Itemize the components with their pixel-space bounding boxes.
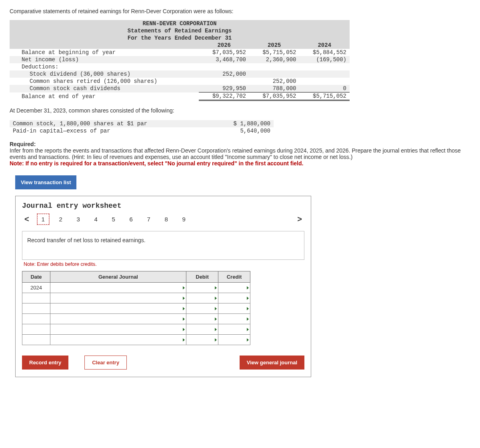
- debit-input[interactable]: [186, 303, 218, 314]
- table-row: [22, 324, 250, 335]
- row-label: Common stock cash dividends: [10, 85, 199, 92]
- tab-5[interactable]: 5: [108, 214, 120, 224]
- th-credit: Credit: [218, 271, 250, 283]
- stmt-title-3: For the Years Ended December 31: [10, 34, 350, 42]
- cell: 5,640,000: [212, 127, 274, 135]
- tabs-prev-icon[interactable]: <: [22, 215, 32, 224]
- th-debit: Debit: [186, 271, 218, 283]
- cell: (169,500): [299, 56, 350, 63]
- cell: 252,000: [199, 70, 249, 78]
- row-label: Net income (loss): [10, 56, 199, 63]
- credit-input[interactable]: [218, 335, 250, 345]
- year-col-2026: 2026: [199, 42, 249, 49]
- debit-input[interactable]: [186, 335, 218, 345]
- view-transaction-list-button[interactable]: View transaction list: [15, 175, 76, 189]
- required-body: Infer from the reports the events and tr…: [10, 147, 461, 160]
- debit-input[interactable]: [186, 283, 218, 293]
- account-select[interactable]: [50, 314, 186, 324]
- record-entry-button[interactable]: Record entry: [22, 356, 68, 370]
- row-label: Deductions:: [10, 63, 199, 70]
- tab-1[interactable]: 1: [37, 214, 49, 225]
- cell: 2,360,900: [249, 56, 300, 63]
- cell: 252,000: [249, 78, 300, 85]
- journal-entry-table: Date General Journal Debit Credit 2024: [22, 271, 250, 345]
- account-select[interactable]: [50, 335, 186, 345]
- tab-7[interactable]: 7: [143, 214, 155, 224]
- stmt-title-1: RENN-DEVER CORPORATION: [10, 20, 350, 27]
- para-common-shares: At December 31, 2023, common shares cons…: [10, 107, 470, 114]
- common-shares-table: Common stock, 1,880,000 shares at $1 par…: [10, 120, 274, 135]
- table-row: [22, 314, 250, 324]
- cell: 929,950: [199, 85, 249, 92]
- table-row: 2024: [22, 283, 250, 293]
- cell: [199, 78, 249, 85]
- tabs-next-icon[interactable]: >: [295, 215, 304, 224]
- credit-input[interactable]: [218, 293, 250, 303]
- account-select[interactable]: [50, 283, 186, 293]
- required-heading: Required:: [10, 141, 36, 147]
- tab-9[interactable]: 9: [178, 214, 190, 224]
- table-row: [22, 303, 250, 314]
- row-label: Common stock, 1,880,000 shares at $1 par: [10, 120, 212, 127]
- cell: 3,468,700: [199, 56, 249, 63]
- credit-input[interactable]: [218, 324, 250, 335]
- cell: [299, 70, 350, 78]
- tab-6[interactable]: 6: [125, 214, 137, 224]
- credit-input[interactable]: [218, 283, 250, 293]
- cell: [299, 78, 350, 85]
- entry-tabs: < 1 2 3 4 5 6 7 8 9 >: [16, 214, 311, 229]
- tab-3[interactable]: 3: [72, 214, 84, 224]
- table-row: [22, 293, 250, 303]
- row-label: Paid-in capital—excess of par: [10, 127, 212, 135]
- credit-input[interactable]: [218, 303, 250, 314]
- required-block: Required: Infer from the reports the eve…: [10, 141, 470, 167]
- worksheet-button-row: Record entry Clear entry View general jo…: [16, 352, 311, 377]
- stmt-title-2: Statements of Retained Earnings: [10, 27, 350, 34]
- account-select[interactable]: [50, 293, 186, 303]
- cell: $ 1,880,000: [212, 120, 274, 127]
- cell: $5,884,552: [299, 49, 350, 56]
- debit-input[interactable]: [186, 324, 218, 335]
- debit-input[interactable]: [186, 293, 218, 303]
- th-date: Date: [22, 271, 50, 283]
- intro-text: Comparative statements of retained earni…: [10, 8, 470, 14]
- cell: [249, 70, 300, 78]
- entry-instruction: Record transfer of net loss to retained …: [22, 231, 304, 260]
- cell: 788,000: [249, 85, 300, 92]
- row-label: Common shares retired (126,000 shares): [10, 78, 199, 85]
- row-label: Balance at end of year: [10, 92, 199, 100]
- tab-4[interactable]: 4: [90, 214, 102, 224]
- retained-earnings-statement: RENN-DEVER CORPORATION Statements of Ret…: [10, 20, 350, 101]
- account-select[interactable]: [50, 324, 186, 335]
- debits-before-credits-note: Note: Enter debits before credits.: [16, 261, 311, 271]
- cell: 0: [299, 85, 350, 92]
- clear-entry-button[interactable]: Clear entry: [84, 356, 127, 370]
- worksheet-title: Journal entry worksheet: [16, 196, 311, 214]
- row-label: Stock dividend (36,000 shares): [10, 70, 199, 78]
- th-general-journal: General Journal: [50, 271, 186, 283]
- tab-2[interactable]: 2: [55, 214, 67, 224]
- cell: $7,035,952: [199, 49, 249, 56]
- cell: $7,035,952: [249, 92, 300, 100]
- debit-input[interactable]: [186, 314, 218, 324]
- row-label: Balance at beginning of year: [10, 49, 199, 56]
- credit-input[interactable]: [218, 314, 250, 324]
- table-row: [22, 335, 250, 345]
- tab-8[interactable]: 8: [160, 214, 172, 224]
- year-col-2024: 2024: [299, 42, 350, 49]
- view-general-journal-button[interactable]: View general journal: [240, 356, 304, 370]
- cell: $5,715,052: [299, 92, 350, 100]
- year-col-2025: 2025: [249, 42, 300, 49]
- date-cell: 2024: [22, 283, 50, 293]
- account-select[interactable]: [50, 303, 186, 314]
- journal-entry-worksheet: Journal entry worksheet < 1 2 3 4 5 6 7 …: [15, 196, 311, 377]
- cell: $5,715,052: [249, 49, 300, 56]
- required-note: Note: If no entry is required for a tran…: [10, 160, 303, 167]
- cell: $9,322,702: [199, 92, 249, 100]
